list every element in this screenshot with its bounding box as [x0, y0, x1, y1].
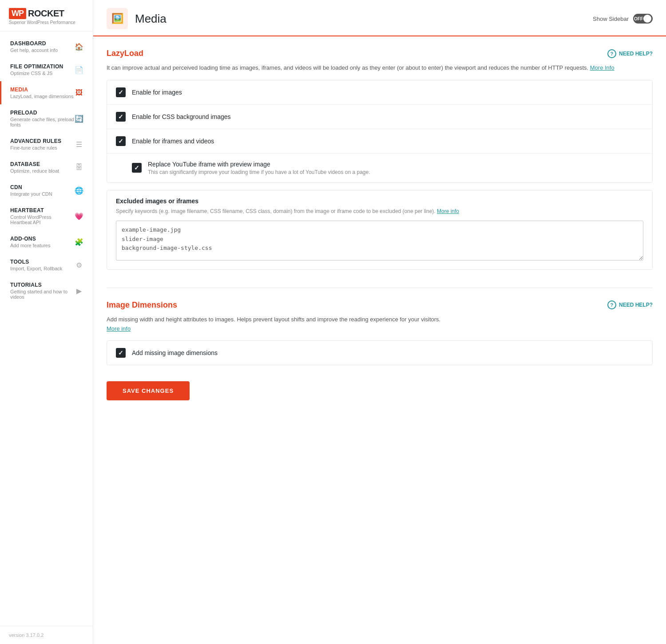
img-need-help-label: NEED HELP?: [619, 302, 653, 308]
nav-icon-tutorials: ▶: [74, 286, 84, 296]
nav-icon-add-ons: 🧩: [74, 237, 84, 247]
image-dimensions-section: Image Dimensions ? NEED HELP? Add missin…: [107, 300, 653, 401]
nav-icon-tools: ⚙: [74, 260, 84, 270]
nav-icon-database: 🗄: [74, 162, 84, 172]
sidebar-item-heartbeat[interactable]: HEARTBEAT Control WordPress Heartbeat AP…: [0, 202, 93, 230]
nav-item-sub-cdn: Integrate your CDN: [10, 191, 74, 197]
sidebar-item-cdn[interactable]: CDN Integrate your CDN 🌐: [0, 179, 93, 202]
label-enable-iframes: Enable for iframes and videos: [132, 138, 214, 145]
nav-item-title-heartbeat: HEARTBEAT: [10, 207, 74, 213]
lazyload-option-list: Enable for images Enable for CSS backgro…: [107, 80, 653, 183]
nav-item-title-add-ons: ADD-ONS: [10, 236, 74, 242]
header-left: 🖼️ Media: [107, 8, 166, 29]
save-changes-button[interactable]: SAVE CHANGES: [107, 381, 190, 400]
nav-item-text-tutorials: TUTORIALS Getting started and how to vid…: [10, 282, 74, 300]
logo-tagline: Superior WordPress Performance: [9, 20, 84, 25]
nav-item-sub-file-optimization: Optimize CSS & JS: [10, 71, 74, 76]
help-icon: ?: [607, 49, 616, 58]
nav-item-text-preload: PRELOAD Generate cache files, preload fo…: [10, 110, 74, 127]
nav-item-text-tools: TOOLS Import, Export, Rollback: [10, 259, 74, 271]
excluded-section: Excluded images or iframes Specify keywo…: [107, 190, 653, 270]
toggle-knob: [643, 15, 651, 23]
youtube-option-text: Replace YouTube iframe with preview imag…: [148, 161, 370, 175]
option-row-css-bg: Enable for CSS background images: [107, 105, 652, 129]
sidebar-toggle-area: Show Sidebar OFF: [593, 14, 653, 24]
checkbox-replace-youtube[interactable]: [132, 163, 142, 173]
sidebar-item-tutorials[interactable]: TUTORIALS Getting started and how to vid…: [0, 277, 93, 305]
sidebar-item-dashboard[interactable]: DASHBOARD Get help, account info 🏠: [0, 35, 93, 58]
nav-item-title-file-optimization: FILE OPTIMIZATION: [10, 63, 74, 70]
show-sidebar-label: Show Sidebar: [593, 16, 629, 22]
nav-icon-heartbeat: 💗: [74, 211, 84, 221]
nav-icon-dashboard: 🏠: [74, 42, 84, 51]
lazyload-title: LazyLoad: [107, 49, 143, 58]
sidebar-item-file-optimization[interactable]: FILE OPTIMIZATION Optimize CSS & JS 📄: [0, 58, 93, 81]
image-dimensions-title: Image Dimensions: [107, 300, 177, 310]
nav-item-text-database: DATABASE Optimize, reduce bloat: [10, 161, 74, 174]
sidebar-toggle-switch[interactable]: OFF: [633, 14, 653, 24]
main-content: 🖼️ Media Show Sidebar OFF LazyLoad ? NEE…: [93, 0, 666, 644]
image-dimensions-more-info-link[interactable]: More info: [107, 325, 131, 332]
sidebar-item-preload[interactable]: PRELOAD Generate cache files, preload fo…: [0, 104, 93, 133]
section-divider: [107, 288, 653, 288]
excluded-textarea[interactable]: example-image.jpg slider-image backgroun…: [116, 221, 643, 261]
lazyload-header: LazyLoad ? NEED HELP?: [107, 49, 653, 58]
page-title: Media: [135, 12, 166, 26]
nav-icon-preload: 🔄: [74, 114, 84, 123]
nav-item-text-file-optimization: FILE OPTIMIZATION Optimize CSS & JS: [10, 63, 74, 76]
image-dimensions-need-help[interactable]: ? NEED HELP?: [607, 300, 653, 309]
nav-item-text-cdn: CDN Integrate your CDN: [10, 184, 74, 197]
sidebar-item-add-ons[interactable]: ADD-ONS Add more features 🧩: [0, 230, 93, 253]
nav-item-sub-advanced-rules: Fine-tune cache rules: [10, 145, 74, 150]
lazyload-more-info-link[interactable]: More Info: [590, 64, 614, 71]
option-row-images: Enable for images: [107, 80, 652, 105]
sidebar-item-database[interactable]: DATABASE Optimize, reduce bloat 🗄: [0, 156, 93, 179]
nav-item-title-preload: PRELOAD: [10, 110, 74, 116]
nav-item-sub-tutorials: Getting started and how to videos: [10, 289, 74, 300]
lazyload-section: LazyLoad ? NEED HELP? It can improve act…: [107, 49, 653, 270]
checkbox-add-missing-dims[interactable]: [116, 348, 126, 358]
label-add-missing-dims: Add missing image dimensions: [132, 349, 218, 356]
nav-item-sub-tools: Import, Export, Rollback: [10, 266, 74, 271]
nav-icon-media: 🖼: [74, 88, 84, 98]
checkbox-enable-images[interactable]: [116, 87, 126, 97]
excluded-more-info-link[interactable]: More info: [437, 208, 459, 214]
nav-icon-file-optimization: 📄: [74, 65, 84, 75]
nav-item-sub-dashboard: Get help, account info: [10, 47, 74, 53]
option-row-iframes: Enable for iframes and videos: [107, 129, 652, 154]
option-row-add-dims: Add missing image dimensions: [107, 341, 652, 365]
nav-item-title-advanced-rules: ADVANCED RULES: [10, 138, 74, 144]
page-header: 🖼️ Media Show Sidebar OFF: [93, 0, 666, 36]
label-enable-css-bg: Enable for CSS background images: [132, 113, 231, 120]
image-dimensions-header: Image Dimensions ? NEED HELP?: [107, 300, 653, 310]
toggle-off-label: OFF: [634, 16, 643, 21]
checkbox-enable-css-bg[interactable]: [116, 112, 126, 122]
sidebar-item-advanced-rules[interactable]: ADVANCED RULES Fine-tune cache rules ☰: [0, 133, 93, 156]
label-enable-images: Enable for images: [132, 89, 182, 96]
nav-item-sub-database: Optimize, reduce bloat: [10, 168, 74, 174]
page-icon: 🖼️: [107, 8, 128, 29]
nav-item-text-heartbeat: HEARTBEAT Control WordPress Heartbeat AP…: [10, 207, 74, 225]
lazyload-need-help[interactable]: ? NEED HELP?: [607, 49, 653, 58]
sidebar-item-media[interactable]: MEDIA LazyLoad, image dimensions 🖼: [0, 81, 93, 104]
nav-item-text-add-ons: ADD-ONS Add more features: [10, 236, 74, 248]
label-replace-youtube: Replace YouTube iframe with preview imag…: [148, 161, 370, 168]
nav-item-sub-heartbeat: Control WordPress Heartbeat API: [10, 214, 74, 225]
logo-area: WP ROCKET Superior WordPress Performance: [0, 0, 93, 32]
image-dimensions-desc: Add missing width and height attributes …: [107, 315, 653, 334]
nav-item-sub-preload: Generate cache files, preload fonts: [10, 117, 74, 127]
sidebar-item-tools[interactable]: TOOLS Import, Export, Rollback ⚙: [0, 253, 93, 277]
nav-icon-advanced-rules: ☰: [74, 139, 84, 149]
nav-item-title-tools: TOOLS: [10, 259, 74, 265]
nav-item-text-dashboard: DASHBOARD Get help, account info: [10, 40, 74, 53]
need-help-label: NEED HELP?: [619, 51, 653, 57]
nav-item-title-database: DATABASE: [10, 161, 74, 167]
nav-item-title-dashboard: DASHBOARD: [10, 40, 74, 47]
logo-wp: WP: [9, 8, 26, 19]
nav-item-text-media: MEDIA LazyLoad, image dimensions: [10, 87, 74, 99]
version-label: version 3.17.0.2: [0, 626, 93, 644]
sidebar-nav: DASHBOARD Get help, account info 🏠 FILE …: [0, 32, 93, 626]
checkbox-enable-iframes[interactable]: [116, 136, 126, 146]
nav-icon-cdn: 🌐: [74, 186, 84, 195]
nav-item-title-media: MEDIA: [10, 87, 74, 93]
